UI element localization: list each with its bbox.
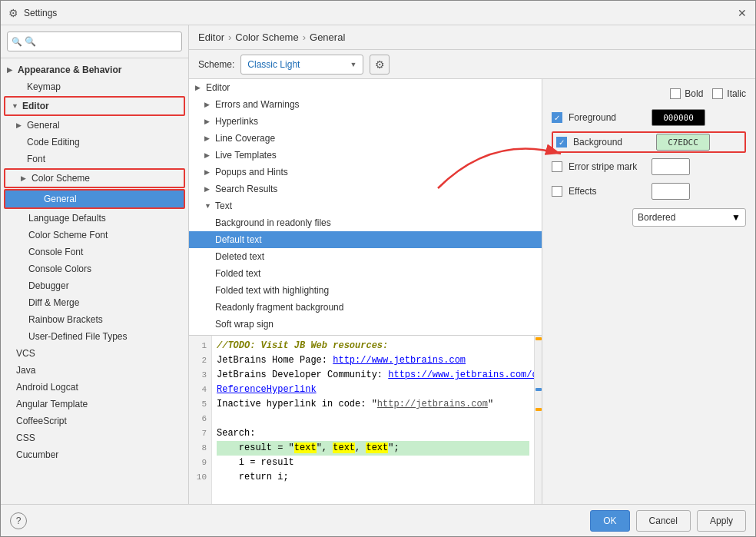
bottom-bar: ? OK Cancel Apply <box>1 504 755 536</box>
sidebar-item-console-colors[interactable]: Console Colors <box>1 260 188 277</box>
apply-button[interactable]: Apply <box>697 510 746 532</box>
sidebar-item-color-scheme-font[interactable]: Color Scheme Font <box>1 227 188 244</box>
sidebar-item-coffeescript[interactable]: CoffeeScript <box>1 413 188 429</box>
italic-checkbox-label[interactable]: Italic <box>712 88 746 99</box>
sidebar-item-general[interactable]: ▶ General <box>1 117 188 134</box>
bold-checkbox-label[interactable]: Bold <box>670 88 703 99</box>
mid-tree-label: Readonly fragment background <box>215 302 343 313</box>
mid-tree-readonly-frag[interactable]: Readonly fragment background <box>189 299 542 316</box>
background-color-swatch[interactable]: C7EDCC <box>656 134 710 151</box>
expand-arrow: ▶ <box>7 66 16 74</box>
content-area: ▶ Editor ▶ Errors and Warnings ▶ Hyperli… <box>189 79 755 504</box>
sidebar-item-editor[interactable]: ▼ Editor <box>5 98 184 114</box>
sidebar-item-keymap[interactable]: Keymap <box>1 78 188 95</box>
mid-tree-folded-highlight[interactable]: Folded text with highlighting <box>189 282 542 299</box>
title-bar-text: Settings <box>24 8 735 18</box>
mid-tree-search-results[interactable]: ▶ Search Results <box>189 181 542 197</box>
help-button[interactable]: ? <box>10 512 27 529</box>
mid-tree-label: Background in readonly files <box>215 217 331 228</box>
foreground-color-swatch[interactable]: 000000 <box>652 109 705 126</box>
sidebar: 🔍 ▶ Appearance & Behavior Keymap <box>1 25 189 504</box>
code-line-8: result = "text", text, text"; <box>217 441 529 456</box>
mid-tree-soft-wrap[interactable]: Soft wrap sign <box>189 316 542 333</box>
mid-tree-line-coverage[interactable]: ▶ Line Coverage <box>189 130 542 147</box>
error-stripe-checkbox[interactable] <box>552 161 562 172</box>
sidebar-item-vcs[interactable]: VCS <box>1 345 188 362</box>
sidebar-item-code-editing[interactable]: Code Editing <box>1 134 188 151</box>
expand-arrow: ▶ <box>204 151 215 159</box>
foreground-checkbox[interactable] <box>552 112 562 123</box>
error-stripe-color-swatch[interactable] <box>652 158 690 175</box>
editor-highlight-box: ▼ Editor <box>4 96 185 116</box>
middle-panel: ▶ Editor ▶ Errors and Warnings ▶ Hyperli… <box>189 79 542 504</box>
foreground-color-value: 000000 <box>663 113 694 123</box>
code-line-7: Search: <box>217 426 529 441</box>
sidebar-item-language-defaults[interactable]: Language Defaults <box>1 210 188 227</box>
sidebar-item-java[interactable]: Java <box>1 362 188 379</box>
scheme-dropdown[interactable]: Classic Light ▼ <box>240 55 363 75</box>
sidebar-item-font[interactable]: Font <box>1 151 188 167</box>
effects-row: Effects <box>552 181 746 202</box>
search-input[interactable] <box>7 31 182 51</box>
close-button[interactable]: ✕ <box>735 6 749 20</box>
expand-arrow: ▶ <box>204 185 215 193</box>
search-wrap: 🔍 <box>7 31 182 51</box>
mid-tree-bg-readonly[interactable]: Background in readonly files <box>189 214 542 231</box>
sidebar-item-css[interactable]: CSS <box>1 429 188 446</box>
effects-color-swatch[interactable] <box>652 183 690 200</box>
code-line-2: JetBrains Home Page: http://www.jetbrain… <box>217 353 529 368</box>
mid-tree-label: Default text <box>215 234 262 245</box>
main-content: Editor › Color Scheme › General Scheme: … <box>189 25 755 504</box>
mid-tree-deleted-text[interactable]: Deleted text <box>189 248 542 265</box>
effects-type-text: Bordered <box>638 212 727 223</box>
sidebar-item-cucumber[interactable]: Cucumber <box>1 446 188 463</box>
sidebar-item-general-sub[interactable]: General <box>5 191 184 207</box>
settings-dialog: ⚙ Settings ✕ 🔍 ▶ Appearance & Behavior <box>0 0 756 537</box>
italic-checkbox[interactable] <box>712 88 723 99</box>
ok-button[interactable]: OK <box>590 510 629 532</box>
expand-arrow: ▶ <box>204 118 215 125</box>
sidebar-item-angular[interactable]: Angular Template <box>1 396 188 413</box>
background-row: Background C7EDCC <box>552 131 746 153</box>
foreground-row: Foreground 000000 <box>552 107 746 128</box>
effects-checkbox[interactable] <box>552 186 562 197</box>
color-scheme-highlight-box: ▶ Color Scheme <box>4 168 185 188</box>
expand-arrow: ▶ <box>16 121 25 129</box>
mid-tree-text[interactable]: ▼ Text <box>189 197 542 214</box>
sidebar-item-debugger[interactable]: Debugger <box>1 277 188 294</box>
background-checkbox[interactable] <box>556 137 567 148</box>
mid-tree-live-templates[interactable]: ▶ Live Templates <box>189 147 542 164</box>
mid-tree-label: Popups and Hints <box>215 167 288 177</box>
code-line-5: Inactive hyperlink in code: "http://jetb… <box>217 397 529 412</box>
bold-checkbox[interactable] <box>670 88 681 99</box>
right-scrollbar <box>534 336 542 504</box>
mid-tree-default-text[interactable]: Default text <box>189 231 542 248</box>
sidebar-item-user-defined[interactable]: User-Defined File Types <box>1 328 188 345</box>
mid-tree-label: Line Coverage <box>215 133 275 144</box>
sidebar-item-color-scheme[interactable]: ▶ Color Scheme <box>5 170 184 187</box>
mid-tree-popups[interactable]: ▶ Popups and Hints <box>189 164 542 181</box>
effects-type-row: Bordered ▼ <box>552 208 746 227</box>
sidebar-item-rainbow-brackets[interactable]: Rainbow Brackets <box>1 311 188 328</box>
mid-tree-hyperlinks[interactable]: ▶ Hyperlinks <box>189 113 542 130</box>
mid-tree-editor[interactable]: ▶ Editor <box>189 79 542 96</box>
code-line-1: //TODO: Visit JB Web resources: <box>217 339 529 353</box>
sidebar-item-diff-merge[interactable]: Diff & Merge <box>1 294 188 311</box>
error-stripe-label: Error stripe mark <box>569 161 645 172</box>
breadcrumb-sep2: › <box>303 31 306 43</box>
foreground-label: Foreground <box>569 112 645 123</box>
sidebar-item-console-font[interactable]: Console Font <box>1 244 188 260</box>
cancel-button[interactable]: Cancel <box>636 510 691 532</box>
effects-type-dropdown[interactable]: Bordered ▼ <box>632 208 746 227</box>
mid-tree-folded-text[interactable]: Folded text <box>189 265 542 282</box>
effects-label: Effects <box>569 186 645 197</box>
expand-arrow: ▶ <box>195 84 206 91</box>
scheme-bar: Scheme: Classic Light ▼ ⚙ <box>189 50 755 79</box>
chevron-down-icon: ▼ <box>350 61 356 68</box>
mid-tree-errors[interactable]: ▶ Errors and Warnings <box>189 96 542 113</box>
breadcrumb-general: General <box>310 31 345 43</box>
sidebar-item-appearance[interactable]: ▶ Appearance & Behavior <box>1 61 188 78</box>
gear-button[interactable]: ⚙ <box>370 55 390 75</box>
breadcrumb: Editor › Color Scheme › General <box>189 25 755 50</box>
sidebar-item-android[interactable]: Android Logcat <box>1 379 188 396</box>
